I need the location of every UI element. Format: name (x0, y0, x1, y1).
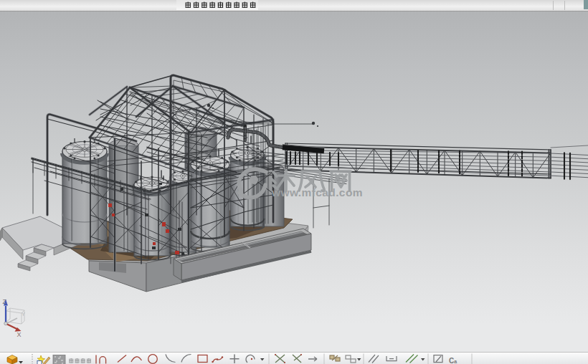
svg-text:Z: Z (3, 298, 7, 305)
svg-text:Y: Y (22, 311, 25, 317)
svg-text:X: X (17, 331, 22, 338)
svg-text:Ca: Ca (449, 357, 457, 364)
svg-text:www.mfcad.com: www.mfcad.com (271, 186, 363, 198)
